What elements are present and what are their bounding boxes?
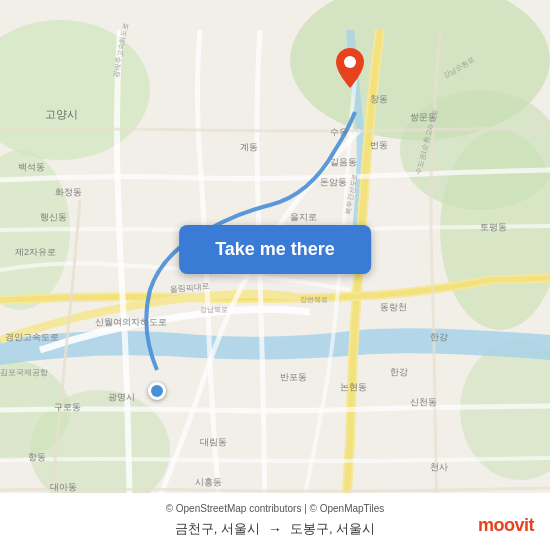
origin-label: 금천구, 서울시 bbox=[175, 520, 260, 538]
svg-text:토평동: 토평동 bbox=[480, 222, 507, 232]
destination-marker bbox=[336, 48, 364, 84]
svg-text:동랑천: 동랑천 bbox=[380, 302, 407, 312]
svg-text:수유: 수유 bbox=[330, 127, 348, 137]
svg-text:화정동: 화정동 bbox=[55, 187, 82, 197]
svg-text:신월여의자하도로: 신월여의자하도로 bbox=[95, 317, 167, 327]
bottom-bar: © OpenStreetMap contributors | © OpenMap… bbox=[0, 493, 550, 550]
svg-text:강남북로: 강남북로 bbox=[200, 306, 228, 314]
svg-text:백석동: 백석동 bbox=[18, 162, 45, 172]
svg-text:한강: 한강 bbox=[430, 332, 448, 342]
svg-text:신천동: 신천동 bbox=[410, 397, 437, 407]
svg-text:김포국제공항: 김포국제공항 bbox=[0, 368, 48, 377]
route-info: 금천구, 서울시 → 도봉구, 서울시 bbox=[16, 520, 534, 538]
svg-text:대아동: 대아동 bbox=[50, 482, 77, 492]
svg-text:돈암동: 돈암동 bbox=[320, 177, 347, 187]
svg-text:을지로: 을지로 bbox=[290, 212, 317, 222]
svg-text:창동: 창동 bbox=[370, 94, 388, 104]
map-svg: 고양시 백석동 화정동 행신동 제2자유로 창동 쌍문동 수유 번동 길음동 돈… bbox=[0, 0, 550, 550]
route-arrow-icon: → bbox=[268, 521, 282, 537]
svg-point-46 bbox=[344, 56, 356, 68]
attribution-text: © OpenStreetMap contributors | © OpenMap… bbox=[16, 503, 534, 514]
svg-text:강변북로: 강변북로 bbox=[300, 296, 328, 304]
svg-text:고양시: 고양시 bbox=[45, 108, 78, 120]
svg-text:계동: 계동 bbox=[240, 142, 258, 152]
svg-text:대림동: 대림동 bbox=[200, 437, 227, 447]
moovit-brand-text: moovit bbox=[478, 515, 534, 535]
svg-text:한강: 한강 bbox=[390, 367, 408, 377]
destination-label: 도봉구, 서울시 bbox=[290, 520, 375, 538]
svg-text:반포동: 반포동 bbox=[280, 372, 307, 382]
svg-text:번동: 번동 bbox=[370, 140, 388, 150]
svg-text:항동: 항동 bbox=[28, 452, 46, 462]
take-me-there-button[interactable]: Take me there bbox=[179, 225, 371, 274]
svg-text:길음동: 길음동 bbox=[330, 157, 357, 167]
moovit-logo: moovit bbox=[478, 515, 534, 536]
svg-text:천사: 천사 bbox=[430, 462, 448, 472]
svg-text:광명시: 광명시 bbox=[108, 392, 135, 402]
svg-text:구로동: 구로동 bbox=[54, 402, 81, 412]
svg-text:제2자유로: 제2자유로 bbox=[15, 247, 56, 257]
svg-text:행신동: 행신동 bbox=[40, 212, 67, 222]
svg-text:경인고속도로: 경인고속도로 bbox=[5, 332, 59, 342]
svg-text:논현동: 논현동 bbox=[340, 382, 367, 392]
svg-text:시흥동: 시흥동 bbox=[195, 477, 222, 487]
origin-marker bbox=[148, 382, 166, 400]
map-container: 고양시 백석동 화정동 행신동 제2자유로 창동 쌍문동 수유 번동 길음동 돈… bbox=[0, 0, 550, 550]
